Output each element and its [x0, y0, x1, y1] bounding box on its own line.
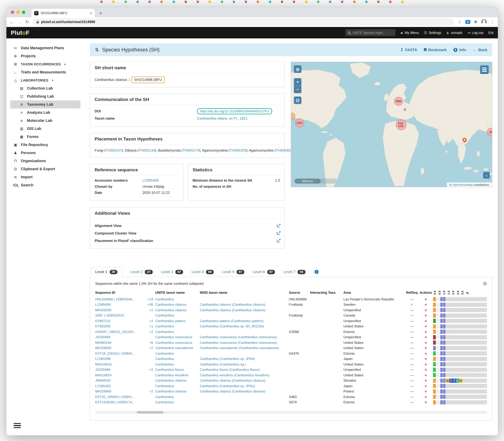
map-pin-marker[interactable]: [463, 138, 467, 142]
refseq-cell[interactable]: —: [405, 314, 419, 317]
refseq-cell[interactable]: —: [405, 330, 419, 334]
map-cluster-usa[interactable]: USA: [295, 118, 304, 127]
refseq-cell[interactable]: —: [405, 335, 419, 339]
insd-taxon-link[interactable]: Cantharellus flavus (Cantharellus flavus…: [200, 368, 289, 372]
refseq-cell[interactable]: —: [405, 384, 419, 388]
map-point-marker[interactable]: [403, 108, 406, 111]
delete-row-icon[interactable]: ×: [419, 313, 433, 318]
sidebar-item-taxonomy-lab[interactable]: ⋔ Taxonomy Lab: [10, 100, 81, 109]
sidebar-item-analysis-lab[interactable]: ≡ Analysis Lab: [10, 109, 81, 117]
collapsed-count-link[interactable]: +1: [145, 308, 155, 312]
openstreetmap-link[interactable]: OpenStreetMap: [452, 183, 473, 186]
refseq-cell[interactable]: —: [405, 379, 419, 383]
locate-button[interactable]: ◎: [294, 65, 301, 73]
external-link-icon[interactable]: [277, 224, 280, 227]
col-area[interactable]: Area: [343, 291, 405, 295]
sequence-id-link[interactable]: MK256926: [95, 346, 145, 350]
sidebar-item-file-repository[interactable]: ▣ File Repository: [10, 141, 81, 149]
insd-taxon-link[interactable]: Cantharellus cibarius (Cantharellus ciba…: [200, 390, 289, 394]
unite-taxon-link[interactable]: Cantharellus: [155, 330, 200, 334]
collapsed-count-link[interactable]: +2: [145, 319, 155, 323]
sequence-id-link[interactable]: KT693265: [95, 324, 145, 328]
sequence-id-link[interactable]: LC085396: [95, 357, 145, 361]
unite-taxon-link[interactable]: Cantharellus: [155, 314, 200, 317]
zoom-out-button[interactable]: −: [294, 86, 301, 93]
back-nav-icon[interactable]: ←: [10, 20, 14, 24]
table-settings-gear-icon[interactable]: ⚙: [483, 281, 487, 286]
header-action-info[interactable]: Info: [453, 48, 466, 52]
field-value[interactable]: https://dx.doi.org/10.15156/BIO/SH644553…: [200, 110, 269, 113]
sidebar-item-publishing-lab[interactable]: ◫ Publishing Lab: [10, 92, 81, 100]
insd-taxon-link[interactable]: Cantharellus cibarius (Cantharellus ciba…: [200, 379, 289, 383]
field-value[interactable]: LC085408: [143, 178, 159, 182]
external-link-icon[interactable]: [277, 239, 280, 242]
plutof-logo[interactable]: PlutoF: [11, 29, 30, 36]
col-unite-taxon[interactable]: UNITE taxon name: [155, 291, 200, 295]
delete-row-icon[interactable]: ×: [419, 335, 433, 339]
profile-avatar[interactable]: [481, 19, 487, 25]
field-value[interactable]: Cantharellus Adans. ex Fr., 1821: [197, 117, 247, 120]
sequence-id-link[interactable]: JX030469: [95, 335, 145, 339]
unite-taxon-link[interactable]: Cantharellus: [155, 395, 200, 399]
refseq-cell[interactable]: —: [405, 395, 419, 399]
sequence-id-link[interactable]: MH016824: [95, 373, 145, 377]
insd-taxon-link[interactable]: Cantharellus tenuithrix (Cantharellus te…: [200, 373, 289, 377]
sidebar-item-data-management-plans[interactable]: ≔ Data Management Plans: [10, 44, 81, 52]
taxon-hypothesis-link[interactable]: TH005174: [183, 149, 199, 152]
extensions-icon[interactable]: ❖: [474, 19, 478, 24]
minimize-window-button[interactable]: [16, 11, 20, 14]
col-interacting-taxa[interactable]: Interacting Taxa: [310, 291, 343, 295]
refseq-cell[interactable]: —: [405, 346, 419, 350]
sidebar-item-clipboard-export[interactable]: ⊟ Clipboard & Export: [10, 165, 81, 173]
col-refseq[interactable]: RefSeq: [405, 291, 419, 295]
header-action-fasta[interactable]: ↧ FASTA: [400, 47, 417, 52]
unite-taxon-link[interactable]: Cantharellus: [155, 357, 200, 361]
navbar-item-settings[interactable]: ☰ Settings: [424, 31, 441, 35]
delete-row-icon[interactable]: ×: [419, 384, 433, 388]
sequence-id-link[interactable]: LC085353: [95, 384, 145, 388]
sidebar-item-search[interactable]: Search: [10, 181, 81, 189]
id-extension-icon[interactable]: iD: [465, 20, 470, 24]
collapsed-count-link[interactable]: +2: [145, 390, 155, 394]
unite-taxon-link[interactable]: Cantharellus pallens: [155, 319, 200, 323]
delete-row-icon[interactable]: ×: [419, 319, 433, 323]
tab-level-5[interactable]: Level 5 87: [222, 267, 244, 277]
navbar-item-urmask[interactable]: ♟ urmask: [446, 31, 462, 35]
map-cluster-pol-svk[interactable]: POLSVK: [396, 120, 406, 130]
external-link-icon[interactable]: [277, 232, 280, 235]
unite-taxon-link[interactable]: Cantharellus cibarius: [155, 390, 200, 394]
delete-row-icon[interactable]: ×: [419, 351, 433, 356]
sequence-id-link[interactable]: MK029339: [95, 308, 145, 312]
delete-row-icon[interactable]: ×: [419, 340, 433, 345]
unite-taxon-link[interactable]: Cantharellus: [155, 384, 200, 388]
delete-row-icon[interactable]: ×: [419, 389, 433, 394]
reload-icon[interactable]: ↻: [25, 19, 29, 24]
col-insd-taxon[interactable]: INSD taxon name: [200, 291, 289, 295]
navbar-item-my-menu[interactable]: ◈ My Menu: [401, 31, 419, 35]
delete-row-icon[interactable]: ×: [419, 368, 433, 372]
tab-close-icon[interactable]: ×: [90, 11, 92, 15]
browser-tab[interactable]: F SH1514998.08FU ×: [32, 9, 95, 17]
refseq-cell[interactable]: —: [405, 352, 419, 355]
insd-taxon-link[interactable]: Cantharellus cibarius (Cantharellus ciba…: [200, 303, 289, 307]
sequence-id-link[interactable]: 336C | UDB032423: [95, 314, 145, 317]
sequence-id-link[interactable]: m54047_180312_181320...: [95, 330, 145, 334]
scrollbar-thumb[interactable]: [137, 411, 163, 414]
refseq-cell[interactable]: —: [405, 362, 419, 366]
delete-row-icon[interactable]: ×: [419, 362, 433, 367]
tab-level-6[interactable]: Level 6 87: [253, 267, 275, 277]
delete-row-icon[interactable]: ×: [419, 297, 433, 301]
refseq-cell[interactable]: —: [405, 319, 419, 323]
refseq-cell[interactable]: —: [405, 368, 419, 372]
refseq-cell[interactable]: ✓: [405, 303, 419, 307]
sequence-id-link[interactable]: EST1529285 | UDB0174...: [95, 400, 145, 404]
unite-taxon-link[interactable]: Cantharellus: [155, 352, 200, 355]
sequence-id-link[interactable]: EST20_195943 | UDB01...: [95, 395, 145, 399]
insd-taxon-link[interactable]: Cantharellus cascadensis (Cantharellus c…: [200, 346, 289, 350]
sidebar-item-taxon-occurrences[interactable]: ⊞ TAXON OCCURRENCES ▸: [10, 60, 81, 68]
unite-taxon-link[interactable]: Cantharellus: [155, 324, 200, 328]
insd-taxon-link[interactable]: Cantharellus (Cantharellus sp. B2_001234…: [200, 324, 289, 328]
delete-row-icon[interactable]: ×: [419, 400, 433, 405]
sequence-id-link[interactable]: MK680154: [95, 341, 145, 345]
col-source[interactable]: Source: [289, 291, 310, 295]
